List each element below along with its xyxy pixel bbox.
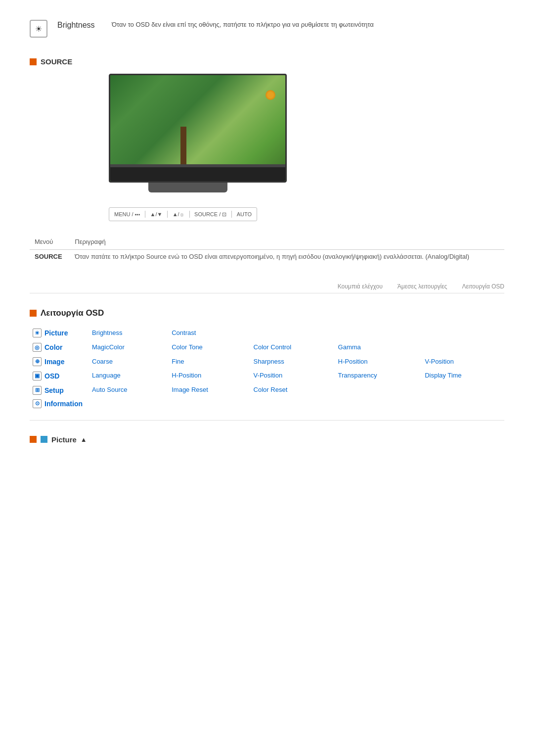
picture-footer-label[interactable]: Picture — [51, 435, 77, 444]
source-header-icon — [30, 58, 37, 65]
sun-icon: ☀ — [35, 24, 42, 34]
image-icon: ⊕ — [33, 357, 42, 366]
osd-title: Λειτουργία OSD — [41, 308, 104, 318]
monitor-stand — [148, 183, 227, 192]
footer-nav: Κουμπιά ελέγχου Άμεσες λειτουργίες Λειτο… — [30, 283, 504, 293]
source-row-label: SOURCE — [30, 250, 70, 264]
osd-menu-color: ◎ Color — [30, 340, 89, 355]
osd-menu-setup: ⊞ Setup — [30, 383, 89, 397]
menu-table-section: Μενού Περιγραφή SOURCE Όταν πατάτε το πλ… — [30, 236, 504, 263]
osd-row-setup: ⊞ Setup Auto Source Image Reset Color Re… — [30, 383, 504, 397]
image-label[interactable]: Image — [44, 358, 64, 366]
picture-label[interactable]: Picture — [44, 329, 68, 337]
setup-icon: ⊞ — [33, 386, 42, 395]
osd-color-sub2[interactable]: Color Tone — [169, 340, 250, 355]
osd-row-color: ◎ Color MagicColor Color Tone Color Cont… — [30, 340, 504, 355]
col-menu: Μενού — [30, 236, 70, 250]
osd-info-sub4 — [335, 397, 422, 410]
osd-picture-sub3 — [251, 326, 335, 340]
osd-menu-image: ⊕ Image — [30, 355, 89, 369]
info-label[interactable]: Information — [44, 400, 83, 408]
osd-image-sub5[interactable]: V-Position — [422, 355, 504, 369]
osd-header-icon — [30, 310, 37, 317]
osd-label[interactable]: OSD — [44, 372, 59, 380]
monitor-display — [109, 74, 287, 183]
osd-setup-sub5 — [422, 383, 504, 397]
osd-row-osd: ▣ OSD Language H-Position V-Position Tra… — [30, 369, 504, 383]
osd-picture-sub1[interactable]: Brightness — [89, 326, 169, 340]
osd-image-sub2[interactable]: Fine — [169, 355, 250, 369]
info-icon: ⊙ — [33, 399, 42, 408]
osd-picture-sub4 — [335, 326, 422, 340]
osd-section: Λειτουργία OSD ☀ Picture Brightness Cont… — [30, 308, 504, 410]
osd-osd-sub1[interactable]: Language — [89, 369, 169, 383]
osd-picture-sub2[interactable]: Contrast — [169, 326, 250, 340]
osd-setup-sub1[interactable]: Auto Source — [89, 383, 169, 397]
osd-color-sub4[interactable]: Gamma — [335, 340, 422, 355]
osd-menu-picture: ☀ Picture — [30, 326, 89, 340]
footer-nav-osd[interactable]: Λειτουργία OSD — [462, 283, 504, 290]
osd-setup-sub2[interactable]: Image Reset — [169, 383, 250, 397]
osd-info-sub3 — [251, 397, 335, 410]
osd-image-sub4[interactable]: H-Position — [335, 355, 422, 369]
osd-grid-table: ☀ Picture Brightness Contrast ◎ Color — [30, 326, 504, 410]
osd-color-sub5 — [422, 340, 504, 355]
osd-row-picture: ☀ Picture Brightness Contrast — [30, 326, 504, 340]
osd-setup-sub3[interactable]: Color Reset — [251, 383, 335, 397]
setup-label[interactable]: Setup — [44, 386, 64, 394]
source-row-desc: Όταν πατάτε το πλήκτρο Source ενώ το OSD… — [70, 250, 504, 264]
picture-up-arrow: ▲ — [81, 436, 87, 443]
monitor-bottom-strip — [110, 164, 285, 167]
osd-color-sub3[interactable]: Color Control — [251, 340, 335, 355]
color-label[interactable]: Color — [44, 343, 63, 351]
source-section-header: SOURCE — [30, 57, 504, 66]
col-desc: Περιγραφή — [70, 236, 504, 250]
footer-divider — [30, 420, 504, 421]
blue-square-icon — [41, 436, 47, 443]
btn-updown: ▲/▼ — [150, 211, 163, 217]
osd-osd-sub3[interactable]: V-Position — [251, 369, 335, 383]
footer-nav-buttons[interactable]: Κουμπιά ελέγχου — [338, 283, 383, 290]
monitor-section — [30, 74, 504, 192]
osd-section-header: Λειτουργία OSD — [30, 308, 504, 318]
osd-image-sub1[interactable]: Coarse — [89, 355, 169, 369]
footer-nav-direct[interactable]: Άμεσες λειτουργίες — [398, 283, 447, 290]
brightness-label: Brightness — [57, 20, 102, 30]
osd-menu-information: ⊙ Information — [30, 397, 89, 410]
osd-row-information: ⊙ Information — [30, 397, 504, 410]
menu-table: Μενού Περιγραφή SOURCE Όταν πατάτε το πλ… — [30, 236, 504, 263]
osd-osd-sub4[interactable]: Transparency — [335, 369, 422, 383]
osd-info-sub2 — [169, 397, 250, 410]
button-bar: MENU / ▪▪▪ ▲/▼ ▲/☼ SOURCE / ⊡ AUTO — [109, 207, 257, 221]
brightness-desc: Όταν το OSD δεν είναι επί της οθόνης, πα… — [112, 20, 374, 30]
osd-icon: ▣ — [33, 372, 42, 380]
tree-trunk — [180, 127, 186, 166]
orange-square-icon — [30, 436, 37, 443]
osd-menu-osd: ▣ OSD — [30, 369, 89, 383]
osd-setup-sub4 — [335, 383, 422, 397]
picture-footer: Picture ▲ — [30, 435, 504, 444]
source-title: SOURCE — [41, 57, 72, 66]
btn-auto: AUTO — [237, 211, 252, 217]
osd-osd-sub5[interactable]: Display Time — [422, 369, 504, 383]
brightness-section: ☀ Brightness Όταν το OSD δεν είναι επί τ… — [30, 20, 504, 38]
btn-source: SOURCE / ⊡ — [194, 211, 226, 218]
table-row: SOURCE Όταν πατάτε το πλήκτρο Source ενώ… — [30, 250, 504, 264]
btn-menu: MENU / ▪▪▪ — [114, 211, 140, 217]
picture-icon: ☀ — [33, 329, 42, 337]
osd-color-sub1[interactable]: MagicColor — [89, 340, 169, 355]
osd-osd-sub2[interactable]: H-Position — [169, 369, 250, 383]
osd-row-image: ⊕ Image Coarse Fine Sharpness H-Position… — [30, 355, 504, 369]
osd-image-sub3[interactable]: Sharpness — [251, 355, 335, 369]
osd-info-sub5 — [422, 397, 504, 410]
osd-picture-sub5 — [422, 326, 504, 340]
btn-brightness: ▲/☼ — [173, 211, 184, 217]
color-icon: ◎ — [33, 343, 42, 352]
osd-info-sub1 — [89, 397, 169, 410]
brightness-icon-box: ☀ — [30, 20, 47, 38]
